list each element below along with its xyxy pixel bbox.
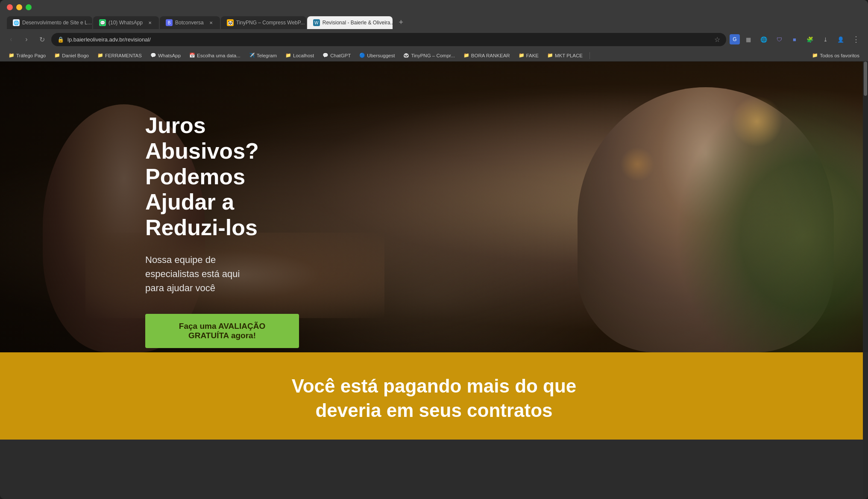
hero-subtitle: Nossa equipe de especialistas está aqui … bbox=[145, 253, 299, 295]
folder-icon: 📁 bbox=[54, 53, 60, 58]
web-content: Juros Abusivos? Podemos Ajudar a Reduzi-… bbox=[0, 62, 868, 499]
toolbar-icon-1[interactable]: ▦ bbox=[742, 32, 755, 46]
address-icons: ☆ bbox=[714, 35, 720, 44]
folder-icon: 📁 bbox=[285, 53, 291, 58]
maximize-button[interactable] bbox=[26, 4, 32, 10]
lock-icon: 🔒 bbox=[57, 36, 64, 43]
bookmarks-separator bbox=[589, 52, 590, 59]
toolbar-icon-6[interactable]: ⤓ bbox=[818, 32, 832, 46]
bookmark-mktplace[interactable]: 📁 MKT PLACE bbox=[544, 51, 586, 59]
hero-subtitle-text: Nossa equipe de especialistas está aqui … bbox=[145, 254, 240, 293]
toolbar-icon-3[interactable]: 🛡 bbox=[772, 32, 786, 46]
bottom-section: Você está pagando mais do que deveria em… bbox=[0, 352, 868, 440]
extensions-icon[interactable]: G bbox=[730, 34, 740, 44]
tinypng-icon: 🐼 bbox=[403, 53, 409, 58]
bookmark-ubersuggest[interactable]: 🔵 Ubersuggest bbox=[356, 51, 398, 59]
tab-favicon-desenvolvimento: 🌐 bbox=[13, 19, 20, 26]
bookmark-telegram[interactable]: ✈️ Telegram bbox=[246, 51, 280, 59]
tab-favicon-tinypng: 🐼 bbox=[227, 19, 234, 26]
bookmark-whatsapp[interactable]: 💬 WhatsApp bbox=[147, 51, 184, 59]
bookmark-tinypng[interactable]: 🐼 TinyPNG – Compr... bbox=[400, 51, 458, 59]
bookmark-label: Tráfego Pago bbox=[16, 53, 46, 58]
tab-label: Revisional - Baierle & Oliveira... bbox=[323, 20, 393, 26]
bookmark-label: Telegram bbox=[257, 53, 277, 58]
bookmark-localhost[interactable]: 📁 Localhost bbox=[282, 51, 317, 59]
reload-button[interactable]: ↻ bbox=[36, 33, 48, 45]
tab-close-botconversa[interactable]: ✕ bbox=[208, 20, 214, 26]
tab-revisional[interactable]: W Revisional - Baierle & Oliveira... ✕ bbox=[307, 16, 393, 29]
address-text: lp.baierleoliveira.adv.br/revisional/ bbox=[67, 36, 707, 43]
bookmarks-bar: 📁 Tráfego Pago 📁 Daniel Bogo 📁 FERRAMENT… bbox=[0, 50, 868, 62]
tab-botconversa[interactable]: B Botconversa ✕ bbox=[160, 16, 220, 29]
address-bar[interactable]: 🔒 lp.baierleoliveira.adv.br/revisional/ … bbox=[51, 33, 726, 46]
bookmark-label: FAKE bbox=[526, 53, 539, 58]
traffic-lights bbox=[7, 4, 861, 10]
bookmark-label: Localhost bbox=[293, 53, 314, 58]
new-tab-button[interactable]: + bbox=[395, 16, 407, 28]
title-bar: 🌐 Desenvolvimento de Site e L... ✕ 💬 (10… bbox=[0, 0, 868, 29]
hero-title-text: Juros Abusivos? Podemos Ajudar a Reduzi-… bbox=[145, 113, 259, 240]
bottom-title: Você está pagando mais do que deveria em… bbox=[292, 374, 577, 422]
calendar-icon: 📅 bbox=[189, 53, 195, 58]
hero-section: Juros Abusivos? Podemos Ajudar a Reduzi-… bbox=[0, 62, 868, 352]
bottom-title-text: Você está pagando mais do que deveria em… bbox=[292, 375, 577, 421]
bookmark-star-icon[interactable]: ☆ bbox=[714, 35, 720, 44]
cta-button[interactable]: Faça uma AVALIAÇÃO GRATUÍTA agora! bbox=[145, 314, 299, 348]
bookmark-label: WhatsApp bbox=[158, 53, 181, 58]
tab-favicon-revisional: W bbox=[313, 19, 320, 26]
bookmark-fake[interactable]: 📁 FAKE bbox=[515, 51, 542, 59]
tab-favicon-whatsapp: 💬 bbox=[99, 19, 106, 26]
tab-label: Botconversa bbox=[175, 20, 204, 26]
forward-button[interactable]: › bbox=[21, 33, 32, 45]
all-favorites-button[interactable]: 📁 Todos os favoritos bbox=[809, 51, 863, 59]
bookmark-label: BORA RANKEAR bbox=[471, 53, 510, 58]
back-button[interactable]: ‹ bbox=[5, 33, 17, 45]
browser-window: 🌐 Desenvolvimento de Site e L... ✕ 💬 (10… bbox=[0, 0, 868, 499]
all-favorites-label: Todos os favoritos bbox=[820, 53, 859, 58]
bookmark-daniel-bogo[interactable]: 📁 Daniel Bogo bbox=[51, 51, 92, 59]
tab-favicon-botconversa: B bbox=[166, 19, 173, 26]
folder-icon: 📁 bbox=[812, 53, 818, 58]
tab-tinypng[interactable]: 🐼 TinyPNG – Compress WebP... ✕ bbox=[221, 16, 306, 29]
tabs-bar: 🌐 Desenvolvimento de Site e L... ✕ 💬 (10… bbox=[7, 16, 861, 29]
folder-icon: 📁 bbox=[547, 53, 553, 58]
chatgpt-icon: 💬 bbox=[323, 53, 328, 58]
hero-content: Juros Abusivos? Podemos Ajudar a Reduzi-… bbox=[0, 62, 299, 348]
close-button[interactable] bbox=[7, 4, 13, 10]
bookmark-label: MKT PLACE bbox=[555, 53, 583, 58]
hero-title: Juros Abusivos? Podemos Ajudar a Reduzi-… bbox=[145, 113, 299, 241]
bookmark-escolha-data[interactable]: 📅 Escolha uma data... bbox=[186, 51, 244, 59]
folder-icon: 📁 bbox=[463, 53, 469, 58]
bookmark-label: Ubersuggest bbox=[367, 53, 395, 58]
bookmark-chatgpt[interactable]: 💬 ChatGPT bbox=[319, 51, 354, 59]
toolbar-icon-7[interactable]: 👤 bbox=[834, 32, 847, 46]
minimize-button[interactable] bbox=[16, 4, 22, 10]
bookmark-label: Daniel Bogo bbox=[62, 53, 89, 58]
tab-label: TinyPNG – Compress WebP... bbox=[236, 20, 305, 26]
telegram-icon: ✈️ bbox=[249, 53, 255, 58]
toolbar-icon-2[interactable]: 🌐 bbox=[757, 32, 771, 46]
tab-whatsapp[interactable]: 💬 (10) WhatsApp ✕ bbox=[93, 16, 159, 29]
bookmark-label: TinyPNG – Compr... bbox=[411, 53, 455, 58]
folder-icon: 📁 bbox=[9, 53, 15, 58]
toolbar-icon-4[interactable]: ■ bbox=[788, 32, 801, 46]
whatsapp-icon: 💬 bbox=[150, 53, 156, 58]
more-options-button[interactable]: ⋮ bbox=[849, 32, 863, 46]
ubersuggest-icon: 🔵 bbox=[359, 53, 365, 58]
folder-icon: 📁 bbox=[97, 53, 103, 58]
bookmark-trafego-pago[interactable]: 📁 Tráfego Pago bbox=[5, 51, 49, 59]
tab-label: (10) WhatsApp bbox=[108, 20, 143, 26]
toolbar-right: G ▦ 🌐 🛡 ■ 🧩 ⤓ 👤 ⋮ bbox=[730, 32, 863, 46]
bookmark-label: Escolha uma data... bbox=[197, 53, 240, 58]
bookmark-label: ChatGPT bbox=[330, 53, 351, 58]
folder-icon: 📁 bbox=[519, 53, 525, 58]
tab-desenvolvimento[interactable]: 🌐 Desenvolvimento de Site e L... ✕ bbox=[7, 16, 92, 29]
address-bar-row: ‹ › ↻ 🔒 lp.baierleoliveira.adv.br/revisi… bbox=[0, 29, 868, 50]
bookmark-borarankear[interactable]: 📁 BORA RANKEAR bbox=[460, 51, 513, 59]
tab-label: Desenvolvimento de Site e L... bbox=[22, 20, 92, 26]
bookmark-ferramentas[interactable]: 📁 FERRAMENTAS bbox=[94, 51, 145, 59]
toolbar-icon-5[interactable]: 🧩 bbox=[803, 32, 817, 46]
tab-close-whatsapp[interactable]: ✕ bbox=[147, 20, 153, 26]
bookmark-label: FERRAMENTAS bbox=[105, 53, 142, 58]
